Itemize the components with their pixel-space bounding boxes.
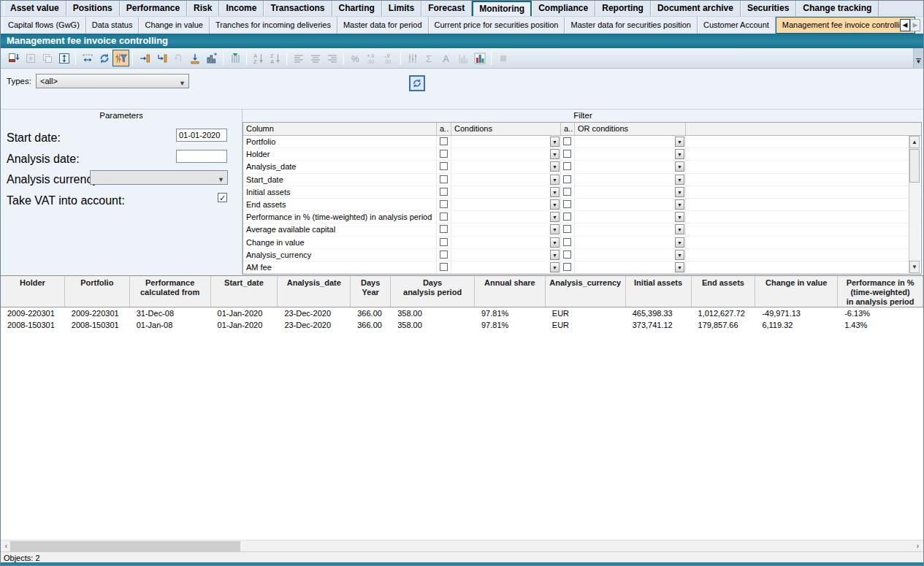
or-checkbox[interactable] — [563, 137, 571, 145]
condition-cell[interactable]: ▼ — [451, 161, 561, 172]
or-condition-dropdown-button[interactable]: ▼ — [675, 161, 684, 172]
or-checkbox[interactable] — [563, 263, 571, 271]
subtab-current-price-for-securities-position[interactable]: Current price for securities position — [429, 17, 565, 34]
column-header-performance-in[interactable]: Performance in % (time-weighted) in anal… — [838, 276, 923, 307]
menu-item-asset-value[interactable]: Asset value — [4, 1, 66, 16]
or-condition-cell[interactable]: ▼ — [575, 249, 686, 261]
goto-row-icon[interactable] — [153, 50, 169, 66]
column-header-analysis-date[interactable]: Analysis_date — [278, 276, 351, 307]
and-checkbox[interactable] — [440, 200, 448, 208]
or-condition-cell[interactable]: ▼ — [575, 223, 686, 235]
column-options-icon[interactable] — [404, 50, 421, 66]
add-decimal-icon[interactable]: +.0.00 — [364, 50, 381, 66]
condition-cell[interactable]: ▼ — [451, 237, 561, 248]
align-right-icon[interactable] — [324, 50, 340, 66]
condition-cell[interactable]: ▼ — [451, 148, 561, 160]
column-header-analysis-currency[interactable]: Analysis_currency — [546, 276, 626, 307]
or-condition-dropdown-button[interactable]: ▼ — [675, 212, 684, 222]
or-checkbox[interactable] — [563, 188, 571, 196]
menu-item-monitoring[interactable]: Monitoring — [472, 1, 532, 16]
and-checkbox[interactable] — [440, 150, 448, 158]
or-condition-dropdown-button[interactable]: ▼ — [675, 262, 684, 272]
subtab-change-in-value[interactable]: Change in value — [139, 17, 210, 34]
or-checkbox[interactable] — [563, 225, 571, 233]
small-chart-icon[interactable] — [454, 50, 471, 66]
condition-dropdown-button[interactable]: ▼ — [550, 212, 560, 222]
menu-item-charting[interactable]: Charting — [332, 1, 382, 16]
filter-header-or-conditions[interactable]: OR conditions — [575, 123, 686, 135]
subtab-tranches-for-incoming-deliveries[interactable]: Tranches for incoming deliveries — [210, 17, 337, 34]
vat-checkbox[interactable]: ✓ — [218, 193, 227, 202]
or-condition-dropdown-button[interactable]: ▼ — [675, 237, 684, 248]
menu-item-securities[interactable]: Securities — [741, 1, 796, 16]
scroll-up-icon[interactable]: ▲ — [909, 136, 920, 148]
and-checkbox[interactable] — [440, 162, 448, 170]
or-checkbox[interactable] — [563, 213, 571, 221]
filter-vertical-scrollbar[interactable]: ▲ ▼ — [909, 136, 920, 273]
menu-item-document-archive[interactable]: Document archive — [651, 1, 741, 16]
or-condition-cell[interactable]: ▼ — [575, 237, 686, 248]
or-condition-dropdown-button[interactable]: ▼ — [675, 199, 684, 210]
column-header-change-in-value[interactable]: Change in value — [755, 276, 838, 307]
menu-item-reporting[interactable]: Reporting — [595, 1, 651, 16]
run-search-button[interactable] — [409, 75, 425, 91]
analysis-currency-dropdown[interactable]: ▼ — [90, 170, 228, 185]
condition-dropdown-button[interactable]: ▼ — [550, 161, 560, 172]
condition-cell[interactable]: ▼ — [451, 136, 561, 148]
or-condition-cell[interactable]: ▼ — [575, 174, 686, 186]
or-condition-dropdown-button[interactable]: ▼ — [675, 149, 684, 159]
percent-format-icon[interactable]: % — [347, 50, 364, 66]
table-row[interactable]: 2008-1503012008-15030101-Jan-0801-Jan-20… — [1, 319, 923, 331]
menu-item-forecast[interactable]: Forecast — [421, 1, 472, 16]
freeze-columns-icon[interactable] — [226, 50, 243, 66]
menu-item-income[interactable]: Income — [219, 1, 264, 16]
fit-row-height-icon[interactable] — [56, 50, 72, 66]
align-left-icon[interactable] — [290, 50, 307, 66]
or-checkbox[interactable] — [563, 200, 571, 208]
and-checkbox[interactable] — [440, 175, 448, 183]
condition-dropdown-button[interactable]: ▼ — [550, 199, 560, 210]
table-row[interactable]: 2009-2203012009-22030131-Dec-0801-Jan-20… — [1, 307, 923, 319]
refresh-icon[interactable] — [96, 50, 112, 66]
or-checkbox[interactable] — [563, 238, 571, 246]
remove-decimal-icon[interactable]: -.0.00 — [381, 50, 397, 66]
goto-previous-icon[interactable] — [169, 50, 186, 66]
column-header-portfolio[interactable]: Portfolio — [65, 276, 130, 307]
and-checkbox[interactable] — [440, 137, 448, 145]
column-header-days[interactable]: Days analysis period — [391, 276, 475, 307]
condition-dropdown-button[interactable]: ▼ — [550, 149, 560, 159]
and-checkbox[interactable] — [440, 213, 448, 221]
condition-cell[interactable]: ▼ — [451, 223, 561, 235]
or-condition-cell[interactable]: ▼ — [575, 186, 686, 198]
column-header-end-assets[interactable]: End assets — [692, 276, 756, 307]
subtab-master-data-for-period[interactable]: Master data for period — [337, 17, 429, 34]
subtab-capital-flows-gwg[interactable]: Capital flows (GwG) — [2, 17, 86, 34]
or-condition-cell[interactable]: ▼ — [575, 261, 686, 273]
condition-dropdown-button[interactable]: ▼ — [550, 187, 560, 197]
condition-cell[interactable]: ▼ — [451, 211, 561, 223]
column-header-performance[interactable]: Performance calculated from — [130, 276, 211, 307]
sort-ascending-icon[interactable]: AZ — [250, 50, 267, 66]
column-header-start-date[interactable]: Start_date — [211, 276, 278, 307]
tabs-scroll-left-button[interactable]: ◀ — [900, 19, 910, 31]
scroll-right-icon[interactable]: › — [913, 541, 923, 551]
column-header-initial-assets[interactable]: Initial assets — [626, 276, 692, 307]
subtab-management-fee-invoice-controlling[interactable]: Management fee invoice controlling — [776, 17, 915, 34]
menu-item-performance[interactable]: Performance — [120, 1, 187, 16]
and-checkbox[interactable] — [440, 188, 448, 196]
or-condition-cell[interactable]: ▼ — [575, 199, 686, 210]
column-statistics-icon[interactable] — [203, 50, 220, 66]
sum-icon[interactable]: Σ — [421, 50, 438, 66]
or-checkbox[interactable] — [563, 150, 571, 158]
scroll-down-icon[interactable]: ▼ — [909, 261, 920, 273]
filter-header-and-1[interactable]: a.. — [437, 123, 451, 135]
condition-cell[interactable]: ▼ — [451, 249, 561, 261]
condition-cell[interactable]: ▼ — [451, 186, 561, 198]
or-condition-dropdown-button[interactable]: ▼ — [675, 137, 684, 147]
toolbar-overflow-button[interactable]: ▼ — [913, 48, 923, 68]
condition-dropdown-button[interactable]: ▼ — [550, 137, 560, 147]
menu-item-change-tracking[interactable]: Change tracking — [796, 1, 879, 16]
column-header-days[interactable]: Days Year — [351, 276, 391, 307]
horizontal-scrollbar[interactable]: ‹ › — [1, 540, 923, 551]
menu-item-transactions[interactable]: Transactions — [264, 1, 332, 16]
